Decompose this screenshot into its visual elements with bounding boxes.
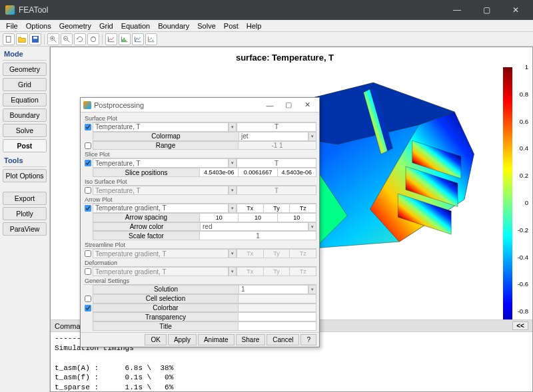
arrow-color-label: Arrow color (93, 222, 200, 232)
window-maximize[interactable]: ▢ (472, 0, 501, 20)
sidebar-export[interactable]: Export (3, 192, 47, 205)
surface-expr[interactable]: Temperature, T (93, 122, 229, 132)
stream-expr-caret[interactable]: ▾ (229, 249, 237, 258)
menu-options[interactable]: Options (23, 21, 55, 31)
iso-expr[interactable]: Temperature, T (93, 186, 229, 195)
slice-comp[interactable]: T (237, 158, 316, 168)
sidebar-paraview[interactable]: ParaView (3, 222, 47, 236)
dialog-minimize[interactable]: — (261, 99, 279, 111)
dialog-maximize[interactable]: ▢ (279, 99, 298, 111)
arrow-spacing-label: Arrow spacing (93, 213, 199, 222)
tool-reset[interactable] (87, 33, 99, 45)
slice-pos-values[interactable]: 4.5403e-060.00616674.5403e-06 (199, 168, 316, 177)
window-titlebar: FEATool — ▢ ✕ (0, 0, 533, 20)
dialog-animate[interactable]: Animate (198, 334, 235, 345)
stream-expr[interactable]: Temperature gradient, T (93, 249, 229, 258)
surface-enable-check[interactable] (85, 124, 91, 130)
tool-plot2[interactable] (119, 33, 131, 45)
menu-boundary[interactable]: Boundary (155, 21, 193, 31)
menu-solve[interactable]: Solve (194, 21, 219, 31)
sidebar-solve[interactable]: Solve (3, 124, 47, 137)
sidebar-boundary[interactable]: Boundary (3, 108, 47, 122)
svg-point-15 (151, 37, 152, 39)
menu-geometry[interactable]: Geometry (56, 21, 95, 31)
deform-expr[interactable]: Temperature gradient, T (93, 267, 229, 276)
dialog-share[interactable]: Share (236, 334, 266, 345)
surface-expr-caret[interactable]: ▾ (229, 122, 237, 132)
colorbar (503, 67, 512, 338)
dialog-cancel[interactable]: Cancel (266, 334, 299, 345)
deform-enable-check[interactable] (85, 268, 91, 275)
svg-rect-0 (6, 36, 11, 42)
window-minimize[interactable]: — (442, 0, 472, 20)
solution-caret[interactable]: ▾ (308, 285, 316, 294)
solution-value[interactable]: 1 (239, 285, 308, 294)
dialog-help[interactable]: ? (300, 334, 316, 345)
menu-equation[interactable]: Equation (118, 21, 153, 31)
range-enable-check[interactable] (85, 142, 91, 149)
menu-post[interactable]: Post (221, 21, 242, 31)
dialog-titlebar[interactable]: Postprocessing — ▢ ✕ (81, 98, 319, 112)
slice-expr-caret[interactable]: ▾ (229, 158, 237, 168)
sidebar-geometry[interactable]: Geometry (3, 63, 47, 76)
tool-zoom-in[interactable] (47, 33, 59, 45)
sidebar-mode-label: Mode (3, 48, 47, 61)
tool-plot3[interactable] (132, 33, 144, 45)
dialog-ok[interactable]: OK (145, 334, 166, 345)
deform-comps: TxTyTz (237, 267, 316, 276)
menu-help[interactable]: Help (243, 21, 265, 31)
slice-enable-check[interactable] (85, 160, 91, 166)
cell-enable-check[interactable] (85, 295, 91, 302)
tool-plot1[interactable] (105, 33, 117, 45)
sidebar: Mode Geometry Grid Equation Boundary Sol… (0, 47, 50, 392)
transparency-label: Transparency (93, 312, 238, 321)
arrow-scale-value[interactable]: 1 (199, 231, 316, 240)
dialog-close[interactable]: ✕ (298, 99, 316, 111)
tool-plot4[interactable] (145, 33, 157, 45)
menu-grid[interactable]: Grid (96, 21, 117, 31)
title-value[interactable] (238, 321, 316, 331)
range-value[interactable]: -1 1 (238, 141, 316, 150)
dialog-apply[interactable]: Apply (168, 334, 197, 345)
window-close[interactable]: ✕ (501, 0, 530, 20)
surface-comp[interactable]: T (237, 122, 316, 132)
tool-save[interactable] (29, 33, 41, 45)
tool-zoom-out[interactable] (61, 33, 73, 45)
colormap-caret[interactable]: ▾ (308, 132, 316, 141)
svg-line-8 (67, 39, 70, 42)
tool-new[interactable] (3, 33, 15, 45)
tool-open[interactable] (16, 33, 28, 45)
deform-expr-caret[interactable]: ▾ (229, 267, 237, 276)
tool-rotate[interactable] (74, 33, 86, 45)
sidebar-plot-options[interactable]: Plot Options (3, 169, 47, 182)
arrow-expr[interactable]: Temperature gradient, T (93, 204, 229, 213)
dialog-icon (83, 101, 91, 109)
svg-point-16 (153, 39, 154, 41)
cell-label: Cell selection (93, 294, 238, 303)
transparency-value[interactable] (238, 312, 316, 321)
arrow-color-caret[interactable]: ▾ (308, 222, 316, 232)
menu-bar: File Options Geometry Grid Equation Boun… (0, 20, 533, 32)
svg-rect-11 (122, 39, 123, 42)
section-general: General Settings (83, 277, 316, 285)
sidebar-plotly[interactable]: Plotly (3, 207, 47, 220)
sidebar-post[interactable]: Post (3, 139, 47, 152)
iso-expr-caret[interactable]: ▾ (229, 186, 237, 195)
postprocessing-dialog: Postprocessing — ▢ ✕ Surface Plot Temper… (80, 97, 320, 347)
arrow-color-value[interactable]: red (200, 222, 308, 232)
command-collapse[interactable]: << (512, 321, 528, 330)
arrow-spacing-values[interactable]: 101010 (199, 213, 316, 222)
section-slice: Slice Plot (83, 150, 316, 158)
stream-enable-check[interactable] (85, 250, 91, 257)
canvas-title: surface: Temperature, T (51, 53, 519, 63)
arrow-expr-caret[interactable]: ▾ (229, 204, 237, 213)
slice-expr[interactable]: Temperature, T (93, 158, 229, 168)
sidebar-grid[interactable]: Grid (3, 78, 47, 91)
section-iso: Iso Surface Plot (83, 178, 316, 186)
sidebar-equation[interactable]: Equation (3, 93, 47, 106)
colormap-value[interactable]: jet (239, 132, 308, 141)
arrow-enable-check[interactable] (85, 205, 91, 212)
iso-enable-check[interactable] (85, 187, 91, 194)
colorbar-enable-check[interactable] (85, 305, 91, 311)
menu-file[interactable]: File (3, 21, 21, 31)
